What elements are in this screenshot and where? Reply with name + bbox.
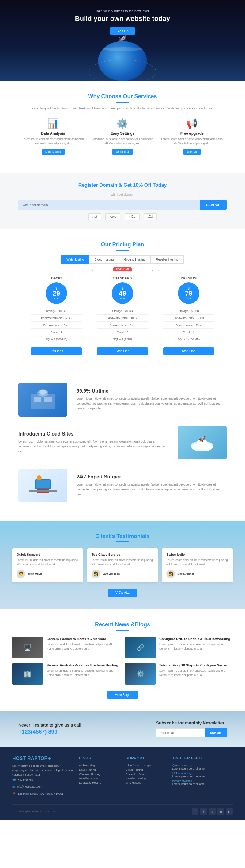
support-image [19,469,67,502]
domain-input[interactable] [19,200,200,210]
why-section: Why Choose Our Services Pellentesque lob… [0,81,245,173]
testimonial-author-2: 👩 Maria Anatoli [166,569,229,578]
domain-search-button[interactable]: SEARCH [200,200,226,210]
hero-tagline: Take your business to the next level. [95,9,149,13]
social-googleplus[interactable]: g [209,808,216,815]
news-title-3: Tutorial:Easy 10 Steps to Configure Serv… [159,663,233,668]
service-easy-settings: ⚙️ Easy Settings Lorem ipsum dolor sit a… [91,118,154,155]
news-img-0: 🖥️ [12,637,43,658]
contact-phone: ☎ +123456789 [12,777,73,783]
footer-link-4[interactable]: Dedicated Hosting [79,781,119,784]
footer-link-3[interactable]: Reseller Hosting [79,777,119,780]
domain-search-bar: SEARCH [19,200,226,210]
plan-name-premium: PREMIUM [163,276,214,280]
tld-org: +.org [105,214,120,220]
news-img-1: 🔗 [125,637,155,658]
newsletter-submit-button[interactable]: SUBMIT [205,728,226,737]
twitter-item-0[interactable]: @Host.#twitttag Lorem ipsum dolor sit am… [172,764,233,770]
testimonial-title-1: Top Class Service [92,553,154,556]
tab-cloud-hosting[interactable]: Cloud Hosting [89,255,119,264]
footer-link-0[interactable]: Web Hosting [79,764,119,767]
email-icon: ✉ [12,784,15,790]
plan-btn-premium[interactable]: Start Plan [163,347,214,355]
news-heading: Recent News &Blogs [12,621,233,628]
plan-features-standard: Storage – 20 GB Bandwidth/Traffic – 10 G… [97,308,148,343]
social-facebook[interactable]: f [192,808,199,815]
plan-features-premium: Storage – 50 GB Bandwidth/Traffic – 5 GB… [163,308,214,343]
news-img-3: ⚙️ [125,663,155,685]
author-name-0: John Olivier [28,572,43,576]
plan-btn-basic[interactable]: Start Plan [31,347,82,355]
footer-support-1[interactable]: Cloud Hosting [126,768,166,771]
service-btn-2[interactable]: Sign Up [183,149,201,155]
hero-title: Build your own website today [75,15,170,23]
footer-support-3[interactable]: Reseller Hosting [126,777,166,780]
price-circle-premium: $ 79 /mo [178,282,199,304]
testimonial-2: Swiss knife Lorem ipsum dolor sit amet c… [162,549,233,583]
domain-heading: Register Domain & Get 10% Off Today [19,183,226,188]
testimonial-author-1: 👩 Lara Zarosen [92,569,154,578]
domain-section: Register Domain & Get 10% Off Today with… [0,173,245,229]
twitter-item-1[interactable]: @Host.#twitttag Lorem ipsum dolor sit am… [172,772,233,778]
news-desc-3: Lorem ipsum dolor sit amet consectetur a… [159,669,233,677]
why-desc: Pellentesque lobortis tempus diam Pretiu… [19,106,226,111]
cloud-image: 🚀 [178,426,226,460]
phone-icon: ☎ [12,777,16,783]
domain-tlds: .net +.org +.EU .EU [19,214,226,220]
author-name-1: Lara Zarosen [103,572,120,576]
svg-rect-2 [44,397,52,402]
footer: HOST RAPTOR+ Lorem ipsum dolor sit amet … [0,747,245,820]
news-desc-2: Lorem ipsum dolor sit amet consectetur a… [46,669,120,677]
testimonial-title-0: Quick Support [16,553,79,556]
why-underline [116,102,129,103]
hero-globe: 🚀 [92,41,153,81]
contact-address: 📍 123 Main Street, New York NY 10001 [12,791,73,797]
footer-contact: ☎ +123456789 ✉ info@hostraptor.com 📍 123… [12,777,73,797]
support-content: 24/7 Expert Support Lorem ipsum dolor si… [77,474,226,497]
price-circle-standard: $ 49 /mo [112,282,133,304]
uptime-content: 99.9% Uptime Lorem ipsum dolor sit amet … [77,388,226,411]
service-desc-1: Lorem ipsum dolor sit amet consectetur a… [91,137,154,145]
footer-bottom: 2014 All Rights Reserved by RG Inc. f t … [12,804,233,815]
twitter-item-2[interactable]: @Marc.#twitttag Lorem ipsum dolor sit am… [172,779,233,785]
footer-grid: HOST RAPTOR+ Lorem ipsum dolor sit amet … [12,756,233,798]
tab-web-hosting[interactable]: Web Hosting [61,255,89,264]
service-btn-0[interactable]: More Details [42,149,65,155]
newsletter-input[interactable] [156,728,205,737]
features-section: 99.9% Uptime Lorem ipsum dolor sit amet … [0,374,245,521]
footer-link-2[interactable]: Windows Hosting [79,773,119,776]
popular-badge: POPULAR [113,267,132,272]
service-title-1: Easy Settings [91,131,154,135]
footer-support-2[interactable]: Dedicated Server [126,773,166,776]
tab-reseller-hosting[interactable]: Reseller Hosting [151,255,183,264]
avatar-0: 👨 [16,569,25,578]
social-youtube[interactable]: ▶ [226,808,233,815]
pricing-section: Our Pricing Plan Web Hosting Cloud Hosti… [0,229,245,374]
news-content-2: Servers Australia Acquires Brisbane Host… [46,663,120,685]
social-linkedin[interactable]: in [217,808,224,815]
testimonial-text-1: Lorem ipsum dolor sit amet consectetur a… [92,558,154,566]
footer-support-0[interactable]: Client/Member Login [126,764,166,767]
service-btn-1[interactable]: Quick Tour [112,149,133,155]
testimonial-0: Quick Support Lorem ipsum dolor sit amet… [12,549,83,583]
domain-sub: with host domain [19,193,226,196]
social-twitter[interactable]: t [200,808,207,815]
view-all-button[interactable]: VIEW ALL [108,589,137,597]
news-content-3: Tutorial:Easy 10 Steps to Configure Serv… [159,663,233,685]
footer-support-4[interactable]: VPS Hosting [126,781,166,784]
cta-section: Never Hesitate to give us a call +123(45… [0,711,245,747]
footer-support-list: Client/Member Login Cloud Hosting Dedica… [126,764,166,784]
plan-btn-standard[interactable]: Start Plan [97,347,148,355]
footer-link-1[interactable]: Linux Hosting [79,768,119,771]
pricing-card-basic: BASIC $ 29 /mo Storage – 10 GB Bandwidth… [26,270,87,361]
pricing-underline [116,250,129,251]
more-blogs-button[interactable]: More Blogs [107,691,138,699]
hero-signup-button[interactable]: Sign Up [110,27,134,35]
svg-point-4 [39,390,46,395]
settings-icon: ⚙️ [91,118,154,129]
pricing-card-premium: PREMIUM $ 79 /mo Storage – 50 GB Bandwid… [158,270,219,361]
feature-uptime: 99.9% Uptime Lorem ipsum dolor sit amet … [19,383,226,416]
price-circle-basic: $ 29 /mo [46,282,67,304]
tab-ground-hosting[interactable]: Ground Hosting [119,255,151,264]
footer-brand-desc: Lorem ipsum dolor sit amet consectetur a… [12,764,73,777]
